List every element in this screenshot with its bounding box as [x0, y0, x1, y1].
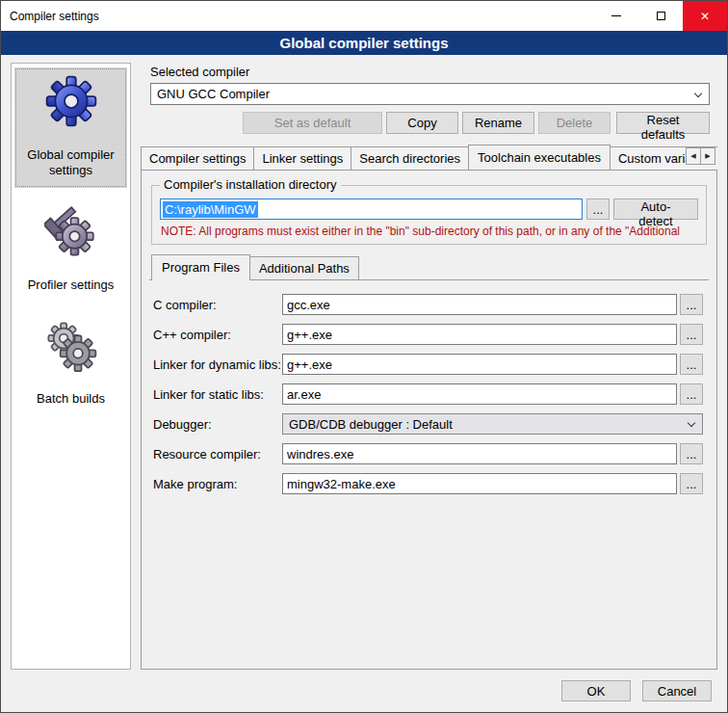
- rename-button[interactable]: Rename: [462, 112, 534, 134]
- settings-category-sidebar: Global compiler settings: [11, 63, 131, 670]
- settings-tabbar: Compiler settings Linker settings Search…: [141, 145, 717, 170]
- installation-directory-value: C:\raylib\MinGW: [163, 201, 258, 218]
- main-panel: Selected compiler GNU GCC Compiler Set a…: [141, 63, 717, 670]
- window-title: Compiler settings: [1, 10, 99, 23]
- minimize-button[interactable]: [594, 1, 638, 31]
- tab-scroll-controls: ◀ ▶: [687, 147, 715, 165]
- resource-compiler-label: Resource compiler:: [153, 447, 282, 462]
- arrow-right-icon: ▶: [705, 152, 710, 160]
- form-row: Make program: ...: [153, 473, 703, 494]
- close-button[interactable]: ✕: [683, 1, 727, 31]
- installation-directory-input[interactable]: C:\raylib\MinGW: [160, 198, 583, 220]
- maximize-button[interactable]: [638, 1, 683, 31]
- compiler-actions-row: Set as default Copy Rename Delete Reset …: [150, 112, 710, 134]
- delete-button: Delete: [538, 112, 611, 134]
- resource-compiler-browse-button[interactable]: ...: [680, 443, 703, 464]
- batch-builds-gears-icon: [44, 318, 98, 372]
- window-controls: ✕: [594, 1, 727, 31]
- sidebar-item-label: Profiler settings: [16, 277, 125, 293]
- form-row: Resource compiler: ...: [153, 443, 703, 464]
- tab-search-directories[interactable]: Search directories: [351, 146, 469, 170]
- linker-dynamic-label: Linker for dynamic libs:: [153, 357, 282, 372]
- cpp-compiler-browse-button[interactable]: ...: [680, 324, 703, 345]
- dialog-footer: OK Cancel: [1, 670, 727, 712]
- cpp-compiler-label: C++ compiler:: [153, 328, 282, 342]
- c-compiler-input[interactable]: [282, 294, 677, 315]
- c-compiler-label: C compiler:: [153, 298, 282, 312]
- cancel-button[interactable]: Cancel: [642, 680, 712, 701]
- program-files-panel: C compiler: ... C++ compiler: ... Linker…: [149, 280, 709, 661]
- debugger-value: GDB/CDB debugger : Default: [289, 417, 453, 432]
- linker-static-browse-button[interactable]: ...: [680, 383, 703, 405]
- sidebar-item-batch-builds[interactable]: Batch builds: [14, 311, 127, 415]
- dialog-content: Global compiler settings: [1, 55, 727, 670]
- debugger-dropdown[interactable]: GDB/CDB debugger : Default: [282, 413, 703, 435]
- browse-directory-button[interactable]: ...: [586, 198, 610, 220]
- chevron-down-icon: [688, 419, 695, 427]
- auto-detect-button[interactable]: Auto-detect: [613, 198, 698, 220]
- arrow-left-icon: ◀: [690, 152, 695, 160]
- selected-compiler-label: Selected compiler: [150, 65, 710, 79]
- tab-toolchain-executables[interactable]: Toolchain executables: [468, 145, 611, 170]
- form-row: Linker for dynamic libs: ...: [153, 354, 703, 375]
- form-row: C++ compiler: ...: [153, 324, 703, 345]
- program-files-tabbar: Program Files Additional Paths: [149, 254, 709, 280]
- linker-dynamic-input[interactable]: [282, 354, 677, 375]
- compiler-settings-dialog: Compiler settings ✕ Global compiler sett…: [0, 0, 728, 713]
- make-program-label: Make program:: [153, 477, 282, 491]
- set-as-default-button: Set as default: [243, 112, 382, 134]
- installation-directory-group: Compiler's installation directory C:\ray…: [151, 185, 707, 245]
- form-row: Linker for static libs: ...: [153, 383, 703, 405]
- debugger-label: Debugger:: [153, 417, 282, 432]
- tab-scroll-left-button[interactable]: ◀: [686, 147, 701, 165]
- cpp-compiler-input[interactable]: [282, 324, 677, 345]
- dialog-header-title: Global compiler settings: [1, 31, 727, 55]
- tab-compiler-settings[interactable]: Compiler settings: [141, 146, 254, 170]
- tab-program-files[interactable]: Program Files: [151, 254, 250, 280]
- copy-button[interactable]: Copy: [386, 112, 458, 134]
- make-program-input[interactable]: [282, 473, 677, 494]
- tab-linker-settings[interactable]: Linker settings: [253, 146, 351, 170]
- reset-defaults-button[interactable]: Reset defaults: [616, 112, 710, 134]
- titlebar[interactable]: Compiler settings ✕: [1, 1, 727, 31]
- linker-static-input[interactable]: [282, 383, 677, 405]
- linker-static-label: Linker for static libs:: [153, 387, 282, 402]
- tab-scroll-right-button[interactable]: ▶: [700, 147, 715, 165]
- selected-compiler-value: GNU GCC Compiler: [157, 87, 270, 101]
- blue-gear-icon: [44, 74, 98, 128]
- form-row: Debugger: GDB/CDB debugger : Default: [153, 413, 703, 435]
- installation-directory-row: C:\raylib\MinGW ... Auto-detect: [160, 198, 698, 220]
- selected-compiler-dropdown[interactable]: GNU GCC Compiler: [150, 83, 710, 105]
- form-row: C compiler: ...: [153, 294, 703, 315]
- toolchain-executables-panel: Compiler's installation directory C:\ray…: [141, 170, 717, 670]
- chevron-down-icon: [694, 90, 702, 97]
- installation-note: NOTE: All programs must exist either in …: [161, 224, 698, 238]
- sidebar-item-label: Batch builds: [16, 391, 125, 407]
- make-program-browse-button[interactable]: ...: [680, 473, 703, 494]
- c-compiler-browse-button[interactable]: ...: [680, 294, 703, 315]
- resource-compiler-input[interactable]: [282, 443, 677, 464]
- minimize-icon: [611, 15, 621, 16]
- tab-additional-paths[interactable]: Additional Paths: [249, 256, 359, 279]
- sidebar-item-label: Global compiler settings: [16, 147, 125, 179]
- profiler-gear-hammer-icon: [44, 204, 98, 258]
- sidebar-item-global-compiler-settings[interactable]: Global compiler settings: [14, 67, 127, 188]
- linker-dynamic-browse-button[interactable]: ...: [680, 354, 703, 375]
- close-icon: ✕: [700, 10, 710, 23]
- installation-directory-group-title: Compiler's installation directory: [160, 177, 341, 192]
- ok-button[interactable]: OK: [561, 680, 631, 701]
- sidebar-item-profiler-settings[interactable]: Profiler settings: [14, 198, 127, 302]
- maximize-icon: [657, 12, 665, 20]
